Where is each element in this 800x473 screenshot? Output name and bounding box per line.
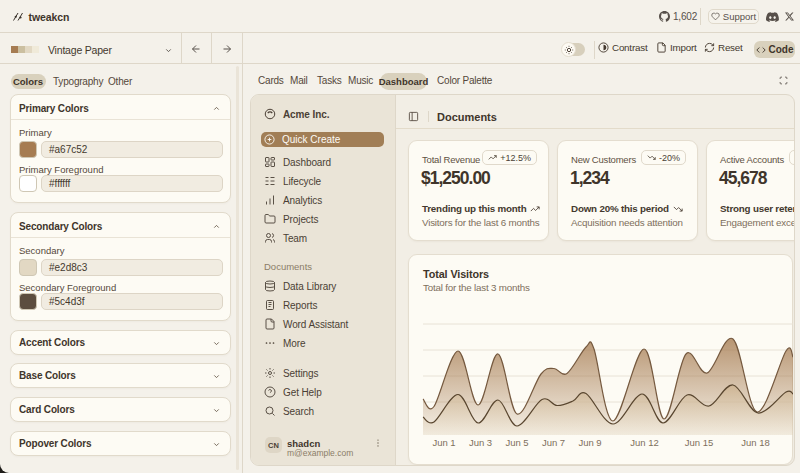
svg-text:Jun 9: Jun 9 [578,437,601,448]
svg-text:Jun 1: Jun 1 [432,437,455,448]
svg-text:Jun 7: Jun 7 [542,437,565,448]
svg-text:Jun 15: Jun 15 [685,437,714,448]
svg-text:Jun 18: Jun 18 [741,437,770,448]
svg-text:Jun 12: Jun 12 [630,437,659,448]
svg-text:Jun 5: Jun 5 [505,437,528,448]
svg-text:Jun 3: Jun 3 [469,437,492,448]
